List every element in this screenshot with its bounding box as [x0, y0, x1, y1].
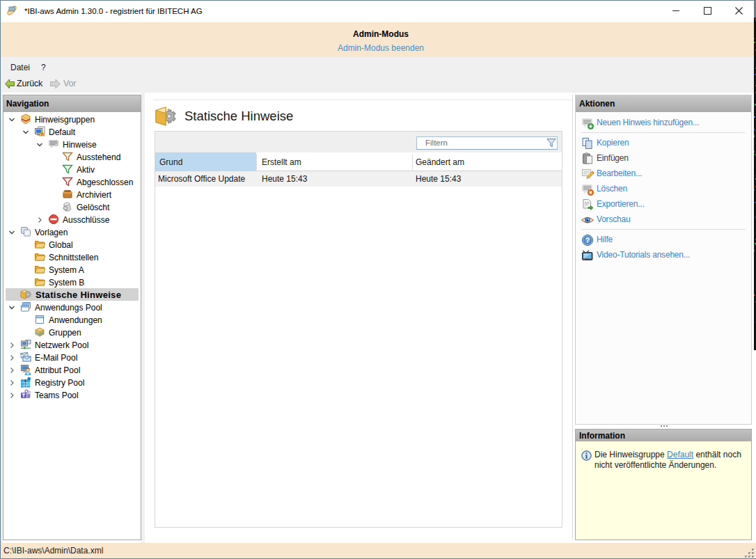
- svg-text:?: ?: [585, 237, 590, 244]
